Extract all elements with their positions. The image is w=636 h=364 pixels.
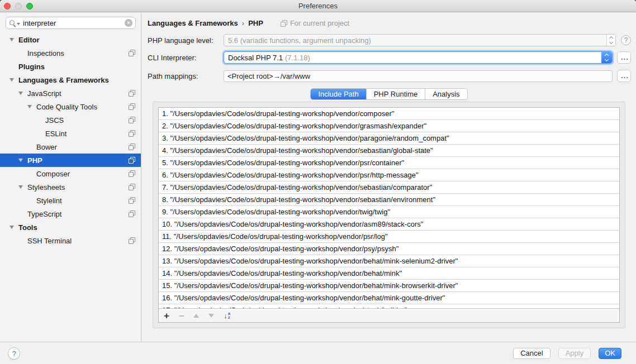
include-path-row[interactable]: 15. "/Users/opdavies/Code/os/drupal-test… [159, 280, 619, 292]
cancel-button[interactable]: Cancel [513, 348, 550, 359]
move-up-button[interactable] [193, 314, 199, 318]
sort-az-icon: a z [228, 312, 230, 319]
language-level-select: 5.6 (variadic functions, argument unpack… [224, 34, 616, 46]
tree-item-code-quality-tools[interactable]: Code Quality Tools [0, 100, 141, 113]
shared-settings-icon [129, 210, 135, 217]
tree-item-plugins[interactable]: Plugins [0, 60, 141, 73]
settings-sidebar: ✕ EditorInspectionsPluginsLanguages & Fr… [0, 13, 141, 342]
include-path-row[interactable]: 16. "/Users/opdavies/Code/os/drupal-test… [159, 292, 619, 304]
expand-arrow-icon[interactable] [27, 105, 32, 108]
tree-item-eslint[interactable]: ESLint [0, 127, 141, 140]
help-icon[interactable]: ? [621, 35, 631, 45]
cli-interpreter-browse-button[interactable]: ... [617, 51, 631, 64]
remove-path-button[interactable]: − [179, 312, 184, 320]
language-level-label: PHP language level: [148, 36, 224, 45]
include-path-row[interactable]: 2. "/Users/opdavies/Code/os/drupal-testi… [159, 120, 619, 132]
add-path-button[interactable]: + [164, 312, 169, 320]
include-path-row[interactable]: 4. "/Users/opdavies/Code/os/drupal-testi… [159, 145, 619, 157]
shared-settings-icon [129, 90, 135, 97]
tree-item-ssh-terminal[interactable]: SSH Terminal [0, 234, 141, 247]
expand-arrow-icon[interactable] [18, 185, 23, 189]
include-path-row[interactable]: 1. "/Users/opdavies/Code/os/drupal-testi… [159, 108, 619, 120]
tree-item-label: ESLint [45, 130, 67, 138]
include-path-row[interactable]: 9. "/Users/opdavies/Code/os/drupal-testi… [159, 206, 619, 218]
tree-item-label: TypeScript [27, 210, 61, 218]
breadcrumb-separator-icon: › [242, 19, 244, 27]
clear-search-icon[interactable]: ✕ [125, 19, 132, 27]
settings-tree: EditorInspectionsPluginsLanguages & Fram… [0, 33, 141, 247]
breadcrumb-current: PHP [248, 19, 263, 27]
tree-item-editor[interactable]: Editor [0, 33, 141, 46]
tree-item-label: Stylelint [36, 197, 62, 205]
tree-item-label: JavaScript [27, 89, 61, 98]
breadcrumb-parent[interactable]: Languages & Frameworks [148, 19, 238, 27]
tree-item-stylesheets[interactable]: Stylesheets [0, 180, 141, 194]
tree-item-languages-frameworks[interactable]: Languages & Frameworks [0, 73, 141, 87]
tab-group: Include Path PHP Runtime Analysis [310, 88, 467, 100]
include-path-list: 1. "/Users/opdavies/Code/os/drupal-testi… [159, 108, 619, 308]
shared-settings-icon [129, 237, 135, 244]
tab-php-runtime[interactable]: PHP Runtime [366, 89, 425, 99]
include-path-row[interactable]: 10. "/Users/opdavies/Code/os/drupal-test… [159, 218, 619, 231]
include-path-row[interactable]: 17. "/Users/opdavies/Code/os/drupal-test… [159, 304, 619, 308]
path-mappings-field[interactable]: <Project root>→/var/www [224, 70, 613, 82]
tree-item-tools[interactable]: Tools [0, 221, 141, 234]
expand-arrow-icon[interactable] [10, 226, 14, 229]
tree-item-label: Plugins [18, 63, 45, 71]
include-path-row[interactable]: 3. "/Users/opdavies/Code/os/drupal-testi… [159, 132, 619, 145]
tree-item-composer[interactable]: Composer [0, 167, 141, 180]
up-arrow-icon [193, 314, 199, 318]
sort-alphabetically-button[interactable]: ↓ a z [224, 312, 230, 320]
include-path-row[interactable]: 8. "/Users/opdavies/Code/os/drupal-testi… [159, 194, 619, 206]
zoom-window-icon[interactable] [26, 3, 33, 9]
include-path-row[interactable]: 14. "/Users/opdavies/Code/os/drupal-test… [159, 267, 619, 280]
tab-include-path[interactable]: Include Path [311, 89, 366, 99]
tree-item-label: Languages & Frameworks [18, 76, 109, 84]
include-path-row[interactable]: 13. "/Users/opdavies/Code/os/drupal-test… [159, 255, 619, 267]
shared-settings-icon [129, 197, 135, 204]
tree-item-label: Code Quality Tools [36, 103, 97, 111]
search-icon [10, 20, 16, 27]
dropdown-stepper-icon[interactable] [601, 52, 612, 63]
shared-settings-icon [129, 157, 135, 164]
search-options-caret-icon[interactable] [17, 23, 20, 25]
path-mappings-browse-button[interactable]: ... [617, 70, 631, 82]
search-input[interactable] [23, 19, 125, 27]
ok-button[interactable]: OK [599, 348, 621, 359]
tree-item-jscs[interactable]: JSCS [0, 113, 141, 127]
path-mappings-value: <Project root>→/var/www [227, 72, 310, 80]
language-level-value: 5.6 (variadic functions, argument unpack… [228, 36, 371, 45]
scope-label: For current project [290, 19, 349, 27]
preferences-window: Preferences ✕ EditorInspectionsPluginsLa… [0, 0, 636, 364]
tree-item-label: Inspections [27, 49, 64, 58]
settings-content: Languages & Frameworks › PHP For current… [142, 13, 636, 342]
expand-arrow-icon[interactable] [18, 92, 23, 95]
tree-item-bower[interactable]: Bower [0, 140, 141, 154]
tree-item-label: Bower [36, 143, 57, 151]
include-path-list-box: 1. "/Users/opdavies/Code/os/drupal-testi… [158, 107, 620, 323]
cli-interpreter-select[interactable]: Docksal PHP 7.1 (7.1.18) [224, 51, 613, 64]
sort-arrow-icon: ↓ [224, 312, 227, 320]
include-path-row[interactable]: 6. "/Users/opdavies/Code/os/drupal-testi… [159, 169, 619, 181]
include-path-row[interactable]: 7. "/Users/opdavies/Code/os/drupal-testi… [159, 181, 619, 194]
help-button[interactable]: ? [8, 347, 20, 360]
include-path-row[interactable]: 12. "/Users/opdavies/Code/os/drupal-test… [159, 243, 619, 255]
settings-search-field[interactable]: ✕ [6, 17, 136, 29]
minimize-window-icon[interactable] [15, 3, 22, 9]
close-window-icon[interactable] [4, 3, 11, 9]
tree-item-typescript[interactable]: TypeScript [0, 207, 141, 221]
tree-item-stylelint[interactable]: Stylelint [0, 194, 141, 207]
tree-item-php[interactable]: PHP [0, 154, 141, 167]
tree-item-javascript[interactable]: JavaScript [0, 87, 141, 100]
include-path-row[interactable]: 11. "/Users/opdavies/Code/os/drupal-test… [159, 231, 619, 243]
apply-button[interactable]: Apply [558, 348, 591, 359]
expand-arrow-icon[interactable] [10, 78, 14, 82]
expand-arrow-icon[interactable] [18, 159, 23, 162]
tree-item-label: PHP [27, 156, 42, 165]
expand-arrow-icon[interactable] [10, 38, 14, 41]
tab-analysis[interactable]: Analysis [425, 89, 467, 99]
include-path-row[interactable]: 5. "/Users/opdavies/Code/os/drupal-testi… [159, 157, 619, 169]
move-down-button[interactable] [208, 314, 214, 318]
shared-settings-icon [129, 184, 135, 190]
tree-item-inspections[interactable]: Inspections [0, 46, 141, 60]
